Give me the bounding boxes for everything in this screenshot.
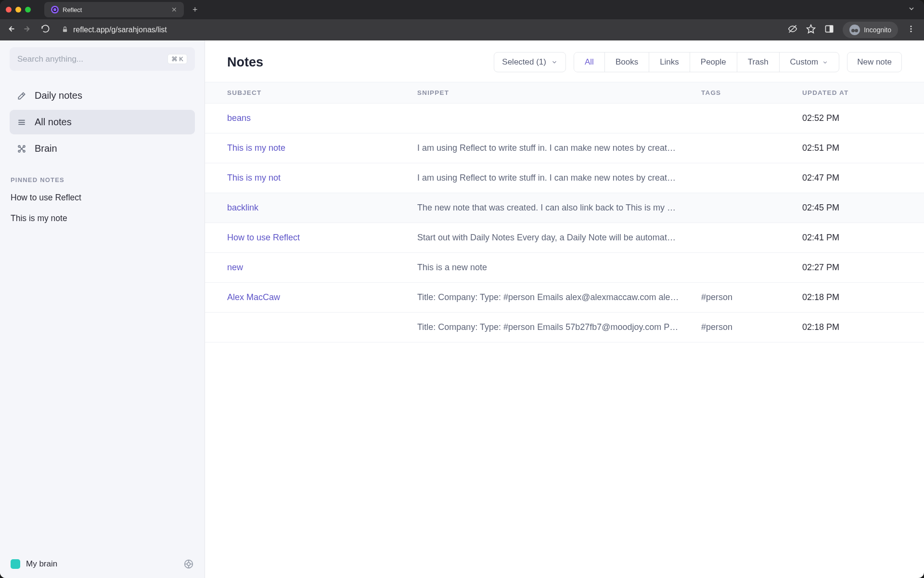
- new-note-button[interactable]: New note: [847, 52, 902, 72]
- star-icon[interactable]: [806, 24, 816, 36]
- svg-rect-2: [63, 29, 67, 32]
- reload-button[interactable]: [39, 24, 51, 36]
- browser-tab[interactable]: Reflect ✕: [44, 2, 184, 17]
- selected-label: Selected (1): [502, 57, 546, 67]
- sidebar-item-daily-notes[interactable]: Daily notes: [10, 83, 195, 108]
- minimize-window-button[interactable]: [15, 7, 21, 13]
- row-subject: How to use Reflect: [227, 233, 417, 243]
- sidebar: Search anything... ⌘ K Daily notes All n…: [0, 40, 205, 578]
- filter-tab-custom[interactable]: Custom: [780, 53, 839, 72]
- favicon-icon: [51, 6, 59, 13]
- table-header: SUBJECT SNIPPET TAGS UPDATED AT: [205, 82, 924, 104]
- pinned-notes-heading: PINNED NOTES: [10, 176, 195, 184]
- url-text: reflect.app/g/sarahjonas/list: [73, 26, 167, 34]
- incognito-badge[interactable]: Incognito: [843, 22, 898, 38]
- tab-title: Reflect: [63, 6, 82, 13]
- row-updated: 02:18 PM: [802, 322, 902, 332]
- titlebar: Reflect ✕ +: [0, 0, 924, 19]
- row-subject: Alex MacCaw: [227, 292, 417, 302]
- svg-point-9: [911, 31, 912, 32]
- table-row[interactable]: This is my notI am using Reflect to writ…: [205, 163, 924, 193]
- row-snippet: I am using Reflect to write stuff in. I …: [417, 173, 701, 183]
- search-shortcut: ⌘ K: [167, 54, 187, 64]
- row-updated: 02:18 PM: [802, 292, 902, 302]
- filter-tab-all[interactable]: All: [574, 53, 605, 72]
- row-snippet: Start out with Daily Notes Every day, a …: [417, 233, 701, 243]
- chevron-down-icon: [551, 59, 558, 66]
- filter-tab-links[interactable]: Links: [649, 53, 690, 72]
- search-placeholder: Search anything...: [17, 54, 83, 64]
- close-window-button[interactable]: [6, 7, 12, 13]
- list-icon: [16, 118, 27, 127]
- incognito-icon: [849, 25, 860, 35]
- sidebar-item-label: All notes: [35, 117, 72, 128]
- panel-icon[interactable]: [824, 24, 834, 36]
- row-subject: new: [227, 263, 417, 273]
- sidebar-item-brain[interactable]: Brain: [10, 136, 195, 161]
- svg-point-16: [23, 150, 25, 152]
- row-subject: This is my not: [227, 173, 417, 183]
- filter-tabs: All Books Links People Trash Custom: [574, 52, 839, 72]
- eye-off-icon[interactable]: [788, 24, 797, 36]
- row-snippet: Title: Company: Type: #person Emails ale…: [417, 292, 701, 302]
- row-subject: This is my note: [227, 143, 417, 153]
- svg-point-13: [18, 145, 20, 147]
- workspace-switcher[interactable]: My brain: [11, 559, 57, 569]
- table-row[interactable]: Alex MacCawTitle: Company: Type: #person…: [205, 283, 924, 313]
- row-subject: backlink: [227, 203, 417, 213]
- edit-icon: [16, 91, 27, 101]
- pinned-note-item[interactable]: This is my note: [10, 211, 195, 226]
- filter-tab-label: Custom: [790, 57, 819, 67]
- filter-tab-people[interactable]: People: [690, 53, 737, 72]
- pinned-note-item[interactable]: How to use Reflect: [10, 190, 195, 205]
- main-content: Notes Selected (1) All Books Links Peopl…: [205, 40, 924, 578]
- col-updated: UPDATED AT: [802, 89, 902, 96]
- sidebar-item-label: Daily notes: [35, 90, 82, 101]
- row-snippet: I am using Reflect to write stuff in. I …: [417, 143, 701, 153]
- maximize-window-button[interactable]: [25, 7, 31, 13]
- row-updated: 02:52 PM: [802, 113, 902, 123]
- svg-point-7: [911, 26, 912, 27]
- col-snippet: SNIPPET: [417, 89, 701, 96]
- table-row[interactable]: Title: Company: Type: #person Emails 57b…: [205, 313, 924, 342]
- col-subject: SUBJECT: [227, 89, 417, 96]
- table-row[interactable]: beans02:52 PM: [205, 104, 924, 133]
- svg-point-15: [18, 150, 20, 152]
- window-controls: [6, 7, 31, 13]
- row-updated: 02:27 PM: [802, 263, 902, 273]
- selected-dropdown[interactable]: Selected (1): [494, 52, 566, 72]
- tabs-overflow-icon[interactable]: [908, 5, 915, 14]
- page-title: Notes: [227, 55, 263, 70]
- table-row[interactable]: This is my noteI am using Reflect to wri…: [205, 133, 924, 163]
- table-row[interactable]: backlinkThe new note that was created. I…: [205, 193, 924, 223]
- forward-button[interactable]: [22, 24, 34, 36]
- help-icon[interactable]: [183, 559, 194, 569]
- row-tags: #person: [701, 292, 802, 302]
- addressbar: reflect.app/g/sarahjonas/list Incognito: [0, 19, 924, 40]
- filter-tab-books[interactable]: Books: [605, 53, 649, 72]
- notes-table: beans02:52 PMThis is my noteI am using R…: [205, 104, 924, 578]
- main-header: Notes Selected (1) All Books Links Peopl…: [205, 40, 924, 82]
- svg-point-20: [187, 563, 190, 565]
- incognito-label: Incognito: [864, 26, 891, 34]
- search-input[interactable]: Search anything... ⌘ K: [10, 47, 195, 71]
- row-updated: 02:51 PM: [802, 143, 902, 153]
- chevron-down-icon: [822, 59, 828, 66]
- row-snippet: The new note that was created. I can als…: [417, 203, 701, 213]
- back-button[interactable]: [5, 24, 16, 36]
- filter-tab-trash[interactable]: Trash: [737, 53, 780, 72]
- url-input[interactable]: reflect.app/g/sarahjonas/list: [57, 26, 782, 34]
- svg-marker-4: [807, 25, 815, 33]
- menu-icon[interactable]: [907, 25, 915, 35]
- brain-icon: [16, 144, 27, 154]
- table-row[interactable]: newThis is a new note02:27 PM: [205, 253, 924, 283]
- row-tags: #person: [701, 322, 802, 332]
- sidebar-item-all-notes[interactable]: All notes: [10, 110, 195, 134]
- close-tab-icon[interactable]: ✕: [171, 6, 177, 13]
- row-snippet: This is a new note: [417, 263, 701, 273]
- row-updated: 02:45 PM: [802, 203, 902, 213]
- workspace-color-icon: [11, 559, 20, 569]
- table-row[interactable]: How to use ReflectStart out with Daily N…: [205, 223, 924, 253]
- new-tab-button[interactable]: +: [192, 5, 198, 15]
- svg-rect-6: [830, 26, 833, 32]
